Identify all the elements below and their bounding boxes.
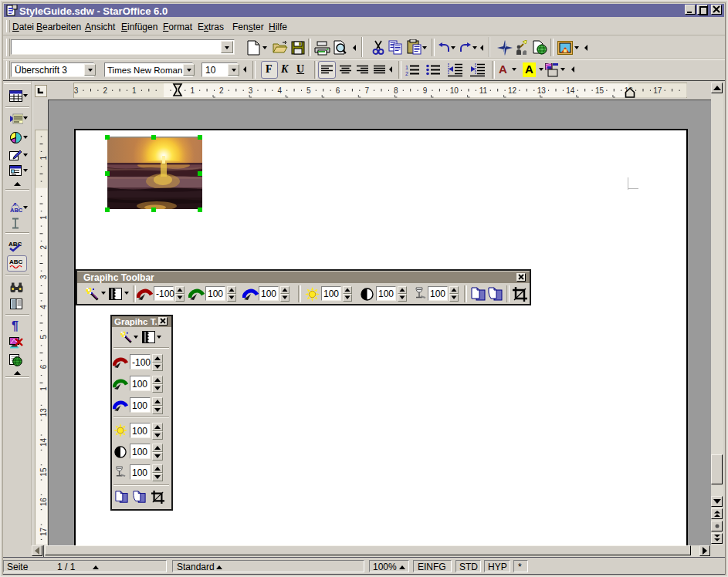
svg-text:2: 2	[219, 86, 224, 95]
svg-text:6: 6	[39, 364, 48, 369]
svg-text:13: 13	[537, 86, 547, 95]
svg-text:17: 17	[39, 528, 48, 537]
svg-text:9: 9	[423, 86, 428, 95]
svg-text:1: 1	[39, 155, 48, 160]
svg-text:1: 1	[132, 86, 137, 95]
svg-text:1: 1	[191, 86, 195, 95]
svg-text:ABC: ABC	[9, 258, 23, 265]
svg-text:3: 3	[249, 86, 253, 95]
svg-text:17: 17	[653, 86, 662, 95]
svg-text:2: 2	[39, 245, 48, 249]
svg-text:3: 3	[39, 275, 48, 279]
svg-text:10: 10	[450, 86, 459, 95]
svg-text:ABC: ABC	[8, 241, 22, 248]
svg-text:15: 15	[595, 86, 604, 95]
svg-text:1: 1	[405, 65, 408, 70]
svg-text:16: 16	[39, 498, 48, 507]
svg-text:4: 4	[277, 86, 282, 95]
svg-text:2: 2	[405, 71, 408, 76]
svg-text:1: 1	[39, 386, 48, 391]
svg-text:5: 5	[39, 334, 48, 339]
svg-text:1: 1	[39, 215, 48, 220]
svg-text:12: 12	[508, 86, 517, 95]
svg-text:15: 15	[39, 467, 48, 477]
svg-text:8: 8	[394, 86, 398, 95]
svg-text:5: 5	[306, 86, 311, 95]
svg-text:11: 11	[479, 86, 488, 95]
svg-text:7: 7	[364, 86, 369, 95]
svg-text:2: 2	[103, 86, 108, 95]
svg-text:4: 4	[39, 305, 48, 309]
svg-text:14: 14	[566, 86, 575, 95]
svg-text:14: 14	[39, 437, 48, 447]
svg-text:ABC: ABC	[10, 207, 22, 214]
svg-text:13: 13	[39, 408, 48, 417]
svg-text:6: 6	[336, 86, 340, 95]
svg-text:3: 3	[74, 86, 79, 95]
